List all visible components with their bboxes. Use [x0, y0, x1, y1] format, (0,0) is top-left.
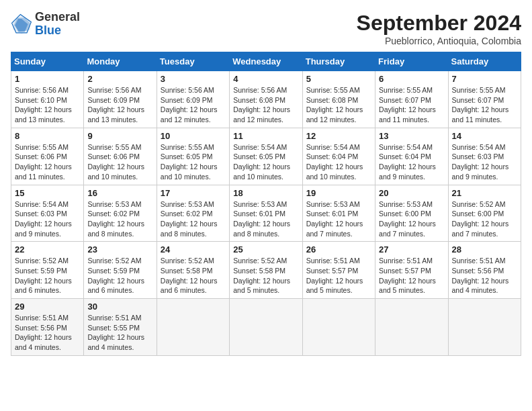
calendar-cell-empty — [302, 299, 375, 356]
day-number: 2 — [87, 74, 152, 84]
calendar-cell-29: 29 Sunrise: 5:51 AM Sunset: 5:56 PM Dayl… — [11, 299, 84, 356]
title-block: September 2024 Pueblorrico, Antioquia, C… — [357, 11, 521, 46]
logo-general-text: General — [35, 10, 80, 24]
day-number: 17 — [161, 188, 226, 198]
calendar-week-4: 22 Sunrise: 5:52 AM Sunset: 5:59 PM Dayl… — [11, 242, 521, 299]
day-detail: Sunrise: 5:55 AM Sunset: 6:07 PM Dayligh… — [452, 85, 517, 125]
header-monday: Monday — [84, 52, 157, 71]
day-detail: Sunrise: 5:54 AM Sunset: 6:03 PM Dayligh… — [452, 142, 517, 182]
calendar-cell-13: 13 Sunrise: 5:54 AM Sunset: 6:04 PM Dayl… — [375, 128, 448, 185]
day-number: 12 — [306, 131, 371, 141]
header-thursday: Thursday — [302, 52, 375, 71]
calendar-week-2: 8 Sunrise: 5:55 AM Sunset: 6:06 PM Dayli… — [11, 128, 521, 185]
day-number: 1 — [15, 74, 80, 84]
day-number: 6 — [379, 74, 444, 84]
day-detail: Sunrise: 5:53 AM Sunset: 6:00 PM Dayligh… — [379, 199, 444, 239]
day-number: 30 — [87, 302, 152, 312]
day-number: 7 — [452, 74, 517, 84]
day-number: 8 — [15, 131, 80, 141]
day-number: 29 — [15, 302, 80, 312]
header-friday: Friday — [375, 52, 448, 71]
day-detail: Sunrise: 5:54 AM Sunset: 6:04 PM Dayligh… — [306, 142, 371, 182]
day-number: 21 — [452, 188, 517, 198]
day-number: 23 — [87, 244, 152, 255]
header-sunday: Sunday — [11, 52, 84, 71]
header-saturday: Saturday — [448, 52, 521, 71]
day-detail: Sunrise: 5:55 AM Sunset: 6:08 PM Dayligh… — [306, 85, 371, 125]
calendar-cell-empty — [375, 299, 448, 356]
calendar-cell-20: 20 Sunrise: 5:53 AM Sunset: 6:00 PM Dayl… — [375, 185, 448, 242]
day-number: 9 — [87, 131, 152, 141]
day-detail: Sunrise: 5:53 AM Sunset: 6:01 PM Dayligh… — [306, 199, 371, 239]
day-number: 28 — [452, 244, 517, 255]
day-number: 13 — [379, 131, 444, 141]
day-number: 22 — [15, 244, 80, 255]
month-title: September 2024 — [357, 11, 521, 36]
day-detail: Sunrise: 5:53 AM Sunset: 6:01 PM Dayligh… — [233, 199, 298, 239]
day-number: 25 — [233, 244, 298, 255]
day-number: 19 — [306, 188, 371, 198]
calendar-cell-5: 5 Sunrise: 5:55 AM Sunset: 6:08 PM Dayli… — [302, 71, 375, 128]
day-detail: Sunrise: 5:52 AM Sunset: 5:59 PM Dayligh… — [87, 256, 152, 295]
logo: General Blue — [11, 11, 80, 38]
logo-text: General Blue — [35, 11, 80, 38]
calendar-cell-23: 23 Sunrise: 5:52 AM Sunset: 5:59 PM Dayl… — [84, 242, 157, 299]
calendar-cell-9: 9 Sunrise: 5:55 AM Sunset: 6:06 PM Dayli… — [84, 128, 157, 185]
calendar-cell-22: 22 Sunrise: 5:52 AM Sunset: 5:59 PM Dayl… — [11, 242, 84, 299]
calendar-cell-17: 17 Sunrise: 5:53 AM Sunset: 6:02 PM Dayl… — [157, 185, 229, 242]
day-detail: Sunrise: 5:55 AM Sunset: 6:06 PM Dayligh… — [15, 142, 80, 182]
day-detail: Sunrise: 5:51 AM Sunset: 5:55 PM Dayligh… — [87, 313, 152, 353]
logo-blue-text: Blue — [35, 24, 61, 37]
day-number: 5 — [306, 74, 371, 84]
day-number: 18 — [233, 188, 298, 198]
calendar-cell-30: 30 Sunrise: 5:51 AM Sunset: 5:55 PM Dayl… — [84, 299, 157, 356]
calendar-cell-12: 12 Sunrise: 5:54 AM Sunset: 6:04 PM Dayl… — [302, 128, 375, 185]
calendar-cell-empty — [157, 299, 229, 356]
header-tuesday: Tuesday — [157, 52, 229, 71]
page-header: General Blue September 2024 Pueblorrico,… — [11, 11, 521, 46]
day-detail: Sunrise: 5:52 AM Sunset: 5:59 PM Dayligh… — [15, 256, 80, 295]
calendar-cell-11: 11 Sunrise: 5:54 AM Sunset: 6:05 PM Dayl… — [230, 128, 302, 185]
day-number: 10 — [161, 131, 226, 141]
day-number: 27 — [379, 244, 444, 255]
calendar-cell-26: 26 Sunrise: 5:51 AM Sunset: 5:57 PM Dayl… — [302, 242, 375, 299]
header-wednesday: Wednesday — [230, 52, 302, 71]
calendar-week-1: 1 Sunrise: 5:56 AM Sunset: 6:10 PM Dayli… — [11, 71, 521, 128]
calendar-cell-15: 15 Sunrise: 5:54 AM Sunset: 6:03 PM Dayl… — [11, 185, 84, 242]
day-detail: Sunrise: 5:56 AM Sunset: 6:10 PM Dayligh… — [15, 85, 80, 125]
day-number: 11 — [233, 131, 298, 141]
day-detail: Sunrise: 5:55 AM Sunset: 6:07 PM Dayligh… — [379, 85, 444, 125]
calendar-cell-7: 7 Sunrise: 5:55 AM Sunset: 6:07 PM Dayli… — [448, 71, 521, 128]
calendar-cell-24: 24 Sunrise: 5:52 AM Sunset: 5:58 PM Dayl… — [157, 242, 229, 299]
calendar-cell-28: 28 Sunrise: 5:51 AM Sunset: 5:56 PM Dayl… — [448, 242, 521, 299]
calendar-cell-19: 19 Sunrise: 5:53 AM Sunset: 6:01 PM Dayl… — [302, 185, 375, 242]
day-detail: Sunrise: 5:56 AM Sunset: 6:09 PM Dayligh… — [161, 85, 226, 125]
day-number: 16 — [87, 188, 152, 198]
calendar-cell-empty — [448, 299, 521, 356]
location-subtitle: Pueblorrico, Antioquia, Colombia — [357, 36, 521, 46]
day-detail: Sunrise: 5:51 AM Sunset: 5:57 PM Dayligh… — [306, 256, 371, 295]
day-number: 26 — [306, 244, 371, 255]
day-number: 4 — [233, 74, 298, 84]
calendar-week-3: 15 Sunrise: 5:54 AM Sunset: 6:03 PM Dayl… — [11, 185, 521, 242]
day-number: 24 — [161, 244, 226, 255]
day-detail: Sunrise: 5:56 AM Sunset: 6:09 PM Dayligh… — [87, 85, 152, 125]
day-detail: Sunrise: 5:56 AM Sunset: 6:08 PM Dayligh… — [233, 85, 298, 125]
calendar-cell-4: 4 Sunrise: 5:56 AM Sunset: 6:08 PM Dayli… — [230, 71, 302, 128]
calendar-cell-21: 21 Sunrise: 5:52 AM Sunset: 6:00 PM Dayl… — [448, 185, 521, 242]
calendar-cell-2: 2 Sunrise: 5:56 AM Sunset: 6:09 PM Dayli… — [84, 71, 157, 128]
calendar-cell-1: 1 Sunrise: 5:56 AM Sunset: 6:10 PM Dayli… — [11, 71, 84, 128]
day-detail: Sunrise: 5:51 AM Sunset: 5:56 PM Dayligh… — [15, 313, 80, 353]
weekday-header-row: Sunday Monday Tuesday Wednesday Thursday… — [11, 52, 521, 71]
calendar-table: Sunday Monday Tuesday Wednesday Thursday… — [11, 52, 521, 356]
day-number: 15 — [15, 188, 80, 198]
day-detail: Sunrise: 5:53 AM Sunset: 6:02 PM Dayligh… — [161, 199, 226, 239]
day-detail: Sunrise: 5:55 AM Sunset: 6:06 PM Dayligh… — [87, 142, 152, 182]
calendar-cell-14: 14 Sunrise: 5:54 AM Sunset: 6:03 PM Dayl… — [448, 128, 521, 185]
day-detail: Sunrise: 5:54 AM Sunset: 6:03 PM Dayligh… — [15, 199, 80, 239]
day-number: 3 — [161, 74, 226, 84]
day-number: 14 — [452, 131, 517, 141]
calendar-cell-18: 18 Sunrise: 5:53 AM Sunset: 6:01 PM Dayl… — [230, 185, 302, 242]
day-detail: Sunrise: 5:51 AM Sunset: 5:56 PM Dayligh… — [452, 256, 517, 295]
day-detail: Sunrise: 5:54 AM Sunset: 6:04 PM Dayligh… — [379, 142, 444, 182]
